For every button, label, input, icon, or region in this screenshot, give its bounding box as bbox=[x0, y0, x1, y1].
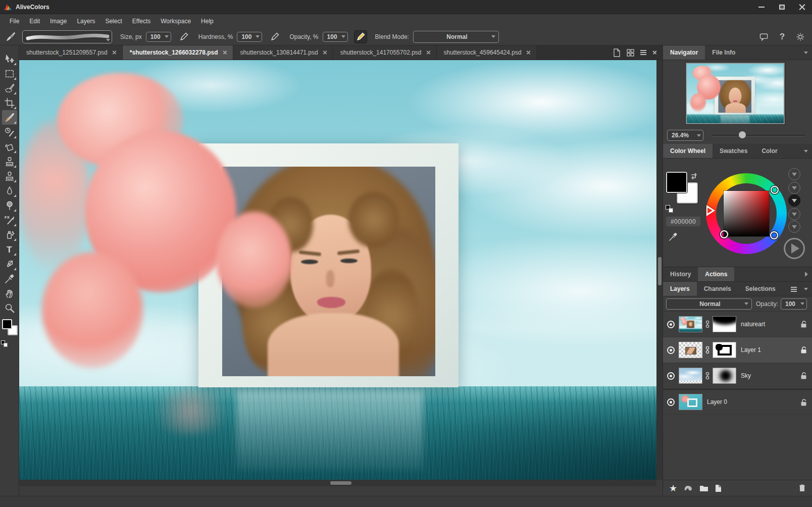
document-tab[interactable]: shutterstock_130814471.psd bbox=[233, 45, 333, 60]
document-tab[interactable]: shutterstock_459645424.psd bbox=[437, 45, 537, 60]
tool-fill-button[interactable] bbox=[2, 139, 17, 154]
tab-color-wheel[interactable]: Color Wheel bbox=[663, 144, 713, 158]
harmony-mono-button[interactable] bbox=[788, 168, 800, 180]
blend-mode-dropdown[interactable]: Normal bbox=[413, 31, 499, 43]
close-all-icon[interactable] bbox=[652, 50, 656, 55]
layer-row-natureart[interactable]: natureart bbox=[663, 312, 812, 337]
layer-row-layer1-selected[interactable]: Layer 1 bbox=[663, 337, 812, 363]
menu-file[interactable]: File bbox=[5, 15, 24, 27]
hue-marker-triangle[interactable] bbox=[706, 205, 715, 216]
harmony-handle[interactable] bbox=[770, 231, 778, 239]
opacity-dropdown[interactable]: 100 bbox=[323, 32, 348, 42]
foreground-color-swatch[interactable] bbox=[666, 172, 687, 193]
tool-zoom-button[interactable] bbox=[2, 300, 17, 315]
eyedropper-icon[interactable] bbox=[668, 232, 678, 242]
layer-mask-thumbnail[interactable] bbox=[713, 368, 736, 384]
layer-row-layer0[interactable]: Layer 0 bbox=[663, 389, 812, 415]
saturation-value-square[interactable] bbox=[724, 191, 769, 236]
canvas-viewport[interactable] bbox=[19, 60, 656, 480]
tab-file-info[interactable]: File Info bbox=[705, 45, 742, 60]
hardness-dropdown[interactable]: 100 bbox=[237, 32, 262, 42]
play-button[interactable] bbox=[784, 238, 805, 259]
close-button[interactable] bbox=[792, 0, 812, 14]
unlock-icon[interactable] bbox=[800, 398, 807, 407]
delete-layer-trash-icon[interactable] bbox=[798, 484, 806, 492]
menu-select[interactable]: Select bbox=[100, 15, 127, 27]
unlock-icon[interactable] bbox=[800, 320, 807, 328]
expand-panel-arrow-icon[interactable] bbox=[805, 272, 808, 277]
vertical-scrollbar[interactable] bbox=[656, 60, 663, 480]
maximize-button[interactable] bbox=[772, 0, 792, 14]
scrollbar-thumb[interactable] bbox=[658, 257, 662, 285]
tab-swatches[interactable]: Swatches bbox=[713, 144, 754, 158]
add-mask-icon[interactable] bbox=[684, 484, 693, 492]
layer-thumbnail[interactable] bbox=[679, 394, 702, 410]
menu-image[interactable]: Image bbox=[45, 15, 72, 27]
tab-history[interactable]: History bbox=[663, 267, 698, 281]
layer-mask-thumbnail[interactable] bbox=[713, 342, 736, 358]
tool-clone-stamp-button[interactable] bbox=[2, 154, 17, 169]
tab-selections[interactable]: Selections bbox=[738, 282, 783, 296]
tile-windows-icon[interactable] bbox=[627, 49, 634, 57]
tab-list-menu-icon[interactable] bbox=[640, 50, 646, 55]
foreground-color-swatch[interactable] bbox=[2, 319, 12, 329]
menu-layers[interactable]: Layers bbox=[72, 15, 100, 27]
panel-menu-chevron-icon[interactable] bbox=[804, 52, 808, 54]
document-tab[interactable]: shutterstock_1417055702.psd bbox=[333, 45, 437, 60]
tool-brush-button-active[interactable] bbox=[2, 110, 17, 125]
size-dropdown[interactable]: 100 bbox=[146, 32, 171, 42]
tool-eyedropper-button[interactable] bbox=[2, 271, 17, 286]
tab-navigator[interactable]: Navigator bbox=[663, 45, 705, 60]
opacity-pressure-pen-icon-active[interactable] bbox=[354, 30, 367, 43]
tool-pattern-stamp-button[interactable] bbox=[2, 169, 17, 183]
navigator-thumbnail[interactable] bbox=[686, 63, 785, 124]
harmony-analogous-button[interactable] bbox=[788, 221, 800, 233]
hex-color-value[interactable]: #000000 bbox=[666, 217, 700, 226]
unlock-icon[interactable] bbox=[800, 346, 807, 354]
close-tab-icon[interactable] bbox=[426, 50, 430, 55]
document-tab-active[interactable]: *shutterstock_1266032278.psd bbox=[123, 45, 233, 60]
close-tab-icon[interactable] bbox=[112, 50, 116, 55]
horizontal-scrollbar[interactable] bbox=[19, 480, 656, 486]
feedback-icon[interactable] bbox=[757, 30, 771, 43]
menu-workspace[interactable]: Workspace bbox=[156, 15, 196, 27]
unlock-icon[interactable] bbox=[800, 372, 807, 380]
document-tab[interactable]: shutterstock_1251209557.psd bbox=[19, 45, 123, 60]
zoom-slider-knob[interactable] bbox=[739, 131, 746, 138]
harmony-triad-button-selected[interactable] bbox=[788, 194, 800, 207]
swap-colors-icon[interactable] bbox=[690, 172, 699, 181]
harmony-handle[interactable] bbox=[771, 186, 779, 194]
tool-smudge-button[interactable] bbox=[2, 198, 17, 213]
layers-menu-icon[interactable] bbox=[791, 287, 797, 292]
menu-help[interactable]: Help bbox=[196, 15, 219, 27]
layer-row-sky[interactable]: Sky bbox=[663, 363, 812, 389]
tool-spray-button[interactable] bbox=[2, 227, 17, 242]
layer-opacity-dropdown[interactable]: 100 bbox=[781, 298, 807, 310]
default-colors-icon[interactable] bbox=[1, 340, 8, 347]
new-layer-icon[interactable] bbox=[715, 484, 722, 492]
layer-mask-link-icon[interactable] bbox=[705, 320, 709, 329]
layer-blend-mode-dropdown[interactable]: Normal bbox=[666, 298, 752, 310]
close-tab-icon[interactable] bbox=[323, 50, 327, 55]
layer-thumbnail[interactable] bbox=[679, 342, 702, 358]
size-pressure-pen-icon[interactable] bbox=[177, 30, 190, 43]
tool-history-brush-button[interactable] bbox=[2, 125, 17, 139]
help-icon[interactable]: ? bbox=[776, 30, 789, 43]
layer-visibility-icon[interactable] bbox=[667, 346, 675, 354]
layer-visibility-icon[interactable] bbox=[667, 398, 675, 406]
tab-channels[interactable]: Channels bbox=[697, 282, 738, 296]
layer-thumbnail[interactable] bbox=[679, 368, 702, 384]
zoom-slider[interactable] bbox=[713, 130, 805, 141]
layer-mask-link-icon[interactable] bbox=[705, 371, 709, 380]
minimize-button[interactable] bbox=[751, 0, 772, 14]
tool-move-button[interactable] bbox=[2, 52, 17, 66]
harmony-tetrad-button[interactable] bbox=[788, 208, 800, 220]
tool-hand-button[interactable] bbox=[2, 286, 17, 300]
layer-visibility-icon[interactable] bbox=[667, 372, 675, 380]
brush-stroke-preview-dropdown[interactable] bbox=[22, 30, 112, 43]
layer-mask-link-icon[interactable] bbox=[705, 345, 709, 354]
harmony-complementary-button[interactable] bbox=[788, 182, 800, 194]
scrollbar-thumb[interactable] bbox=[330, 481, 351, 485]
layer-effects-icon[interactable]: ★ bbox=[669, 484, 677, 493]
layer-visibility-icon[interactable] bbox=[667, 321, 675, 328]
